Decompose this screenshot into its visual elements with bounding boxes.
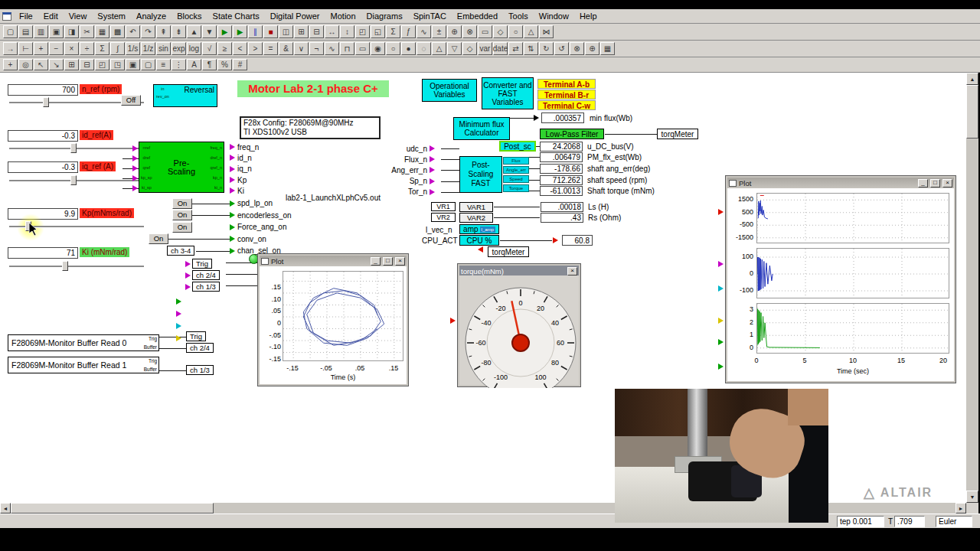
low-pass-filter-block[interactable]: Low-Pass Filter: [540, 129, 604, 139]
toolbar-icon[interactable]: ⊞: [64, 59, 79, 70]
toolbar-icon[interactable]: ▢: [141, 59, 155, 70]
minimize-button[interactable]: _: [371, 257, 381, 266]
slider-value-ki[interactable]: 71: [8, 247, 78, 259]
toolbar-icon[interactable]: ⋮: [172, 59, 186, 70]
time-plot-window[interactable]: Plot _ □ × 1500 500 -500 -1500 100 0 -10…: [726, 176, 956, 383]
menu-item[interactable]: View: [64, 10, 93, 22]
toolbar-icon[interactable]: ÷: [80, 42, 94, 55]
toolbar-icon[interactable]: ▽: [447, 42, 462, 55]
toolbar-icon[interactable]: ○: [386, 42, 400, 55]
toolbar-icon[interactable]: ▭: [355, 42, 370, 55]
maximize-button[interactable]: □: [930, 179, 940, 187]
wire-label[interactable]: Tor_n: [392, 187, 435, 197]
toolbar-icon[interactable]: ↷: [141, 25, 155, 38]
vertical-scroll-thumb[interactable]: [966, 85, 978, 139]
toolbar-icon[interactable]: ◌: [416, 42, 431, 55]
toolbar-icon[interactable]: ▣: [49, 25, 64, 38]
slider-iq-ref[interactable]: [9, 175, 144, 185]
toolbar-icon[interactable]: ▶: [233, 25, 247, 38]
slider-value-kp[interactable]: 9.9: [8, 208, 78, 220]
menu-item[interactable]: Diagrams: [361, 10, 408, 22]
close-button[interactable]: ×: [567, 267, 577, 276]
toolbar-icon[interactable]: ⊕: [585, 42, 599, 55]
wire-label[interactable]: Kp: [230, 174, 259, 185]
toolbar-icon[interactable]: ⊟: [80, 59, 94, 70]
converter-fast-variables-block[interactable]: Converter and FAST Variables: [482, 77, 534, 109]
wire-label[interactable]: freq_n: [230, 142, 259, 152]
xy-plot-window[interactable]: Plot _ □ × .15 .10 .05 0 -.05 -.10 -.15 …: [258, 254, 408, 386]
maximize-button[interactable]: □: [383, 257, 393, 266]
post-sc-block[interactable]: Post_sc: [499, 141, 536, 152]
buffer-tap-ch24[interactable]: ch 2/4: [186, 343, 214, 353]
toolbar-icon[interactable]: ◱: [371, 25, 385, 38]
minimize-button[interactable]: _: [918, 179, 928, 187]
toolbar-icon[interactable]: ⊢: [18, 42, 33, 55]
gauge-titlebar[interactable]: torque(mNm) ×: [459, 266, 579, 276]
on-button-spd-lp[interactable]: On: [172, 198, 192, 209]
toolbar-icon[interactable]: <: [233, 42, 247, 55]
close-button[interactable]: ×: [942, 179, 952, 187]
toolbar-icon[interactable]: ≥: [217, 42, 232, 55]
on-button-encoderless[interactable]: On: [172, 210, 192, 220]
slider-track[interactable]: [9, 180, 144, 182]
menu-item[interactable]: Help: [574, 10, 603, 22]
toolbar-icon[interactable]: ⊓: [340, 42, 354, 55]
menu-item[interactable]: Edit: [38, 10, 64, 22]
menu-item[interactable]: System: [92, 10, 131, 22]
toolbar-icon[interactable]: ▼: [202, 25, 217, 38]
scroll-down-button[interactable]: ▼: [966, 491, 978, 503]
var-block[interactable]: VAR2: [459, 213, 493, 223]
slider-id-ref[interactable]: [9, 143, 144, 153]
close-button[interactable]: ×: [395, 257, 405, 266]
scroll-up-button[interactable]: ▲: [966, 73, 978, 85]
toolbar-icon[interactable]: ↕: [340, 25, 354, 38]
slider-value-n-ref[interactable]: 700: [8, 84, 78, 96]
toolbar-icon[interactable]: ◫: [279, 25, 293, 38]
post-scaling-fast-block[interactable]: Post- Scaling FAST: [459, 156, 502, 193]
config-box[interactable]: F28x Config: F28069M@90MHz TI XDS100v2 U…: [240, 116, 381, 139]
toolbar-icon[interactable]: #: [233, 59, 247, 70]
toolbar-icon[interactable]: ◇: [493, 25, 508, 38]
toolbar-icon[interactable]: A: [187, 59, 201, 70]
toolbar-icon[interactable]: =: [263, 42, 278, 55]
buffer-tap-ch13[interactable]: ch 1/3: [186, 365, 214, 375]
slider-thumb[interactable]: [70, 143, 77, 153]
toolbar-icon[interactable]: ⋈: [539, 25, 554, 38]
wire-label[interactable]: Sp_n: [392, 176, 435, 187]
amp-block[interactable]: amp l_amp: [459, 224, 499, 234]
wire-label[interactable]: Ang_err_n: [392, 165, 435, 175]
slider-value-id-ref[interactable]: -0.3: [8, 130, 78, 142]
terminal-block[interactable]: Terminal A-b: [537, 79, 596, 89]
toolbar-icon[interactable]: ⊗: [570, 42, 584, 55]
wire-label[interactable]: id_n: [230, 152, 259, 163]
toolbar-icon[interactable]: Σ: [386, 25, 400, 38]
toolbar-icon[interactable]: ○: [508, 25, 523, 38]
toolbar-icon[interactable]: +: [3, 59, 18, 70]
wire-label[interactable]: spd_lp_on: [230, 197, 292, 210]
menu-item[interactable]: Motion: [325, 10, 361, 22]
menu-item[interactable]: SpinTAC: [408, 10, 452, 22]
toolbar-icon[interactable]: ⊕: [447, 25, 462, 38]
toolbar-icon[interactable]: √: [202, 42, 217, 55]
wire-label[interactable]: Force_ang_on: [230, 221, 292, 233]
menu-item[interactable]: Analyze: [131, 10, 172, 22]
toolbar-icon[interactable]: ✂: [80, 25, 94, 38]
menu-item[interactable]: File: [14, 10, 38, 22]
wire-label[interactable]: udc_n: [392, 143, 435, 154]
toolbar-icon[interactable]: ◉: [371, 42, 385, 55]
toolbar-icon[interactable]: ◰: [355, 25, 370, 38]
toolbar-icon[interactable]: ◨: [64, 25, 79, 38]
toolbar-icon[interactable]: sin: [156, 42, 171, 55]
toolbar-icon[interactable]: >: [248, 42, 263, 55]
scroll-right-button[interactable]: ►: [956, 503, 966, 514]
toolbar-icon[interactable]: ×: [64, 42, 79, 55]
toolbar-icon[interactable]: ±: [432, 25, 446, 38]
toolbar-icon[interactable]: ∫: [110, 42, 125, 55]
scroll-left-button[interactable]: ◄: [0, 503, 11, 514]
toolbar-icon[interactable]: exp: [172, 42, 186, 55]
monitor-buffer-read-1[interactable]: F28069M-Monitor Buffer Read 1 Trig Buffe…: [8, 357, 159, 373]
menu-item[interactable]: State Charts: [207, 10, 265, 22]
toolbar-icon[interactable]: ¬: [309, 42, 324, 55]
reversal-block[interactable]: in rev_on Reversal: [153, 84, 217, 107]
menu-item[interactable]: Tools: [503, 10, 534, 22]
